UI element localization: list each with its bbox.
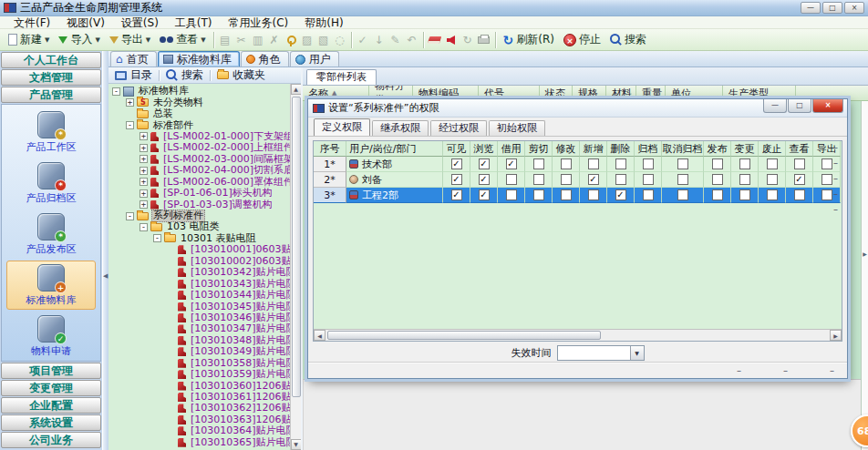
sidebar-item-standard-material-library[interactable]: +标准物料库 bbox=[6, 261, 96, 310]
checkbox-checked-icon[interactable]: ✓ bbox=[794, 174, 805, 185]
tree-item[interactable]: [103010359]贴片电阻 bbox=[108, 369, 290, 380]
minimize-button[interactable]: — bbox=[801, 2, 821, 14]
collapse-icon[interactable]: - bbox=[140, 223, 148, 231]
tree-item[interactable]: +[LS-M002-02-000]上框组件 bbox=[108, 142, 290, 153]
sidebar-item-material-request[interactable]: ✓物料申请 bbox=[6, 312, 96, 361]
tree-item[interactable]: [103010365]贴片电阻 bbox=[108, 437, 290, 448]
collapse-icon[interactable]: - bbox=[126, 212, 134, 220]
menu-item-file[interactable]: 文件(F) bbox=[5, 16, 58, 29]
tree-item[interactable]: [103010345]贴片电阻 bbox=[108, 301, 290, 312]
tab-role[interactable]: 角色 bbox=[241, 51, 289, 66]
tree-toolbar-search-button[interactable]: 搜索 bbox=[160, 67, 210, 83]
toolbar-download-button[interactable]: ↓ bbox=[371, 31, 388, 48]
sidebar-splitter[interactable]: ◀ bbox=[102, 51, 108, 450]
checkbox-icon[interactable] bbox=[615, 159, 626, 169]
dialog-tab-3[interactable]: 经过权限 bbox=[430, 120, 487, 136]
checkbox-icon[interactable] bbox=[739, 159, 750, 169]
tree-item[interactable]: +[LS-M002-06-000]罩体组件 bbox=[108, 177, 290, 188]
checkbox-icon[interactable] bbox=[739, 189, 750, 200]
checkbox-icon[interactable] bbox=[822, 159, 832, 169]
expand-icon[interactable]: + bbox=[140, 178, 148, 186]
tree-item[interactable]: [103010347]贴片电阻 bbox=[108, 323, 290, 334]
checkbox-icon[interactable] bbox=[767, 159, 778, 169]
checkbox-checked-icon[interactable]: ✓ bbox=[506, 159, 517, 169]
checkbox-icon[interactable] bbox=[643, 174, 654, 185]
toolbar-paste-button[interactable]: ▤ bbox=[217, 31, 233, 48]
toolbar-new-button[interactable]: 新建▼ bbox=[4, 31, 54, 48]
checkbox-icon[interactable] bbox=[561, 174, 572, 185]
checkbox-icon[interactable] bbox=[712, 189, 723, 200]
sidebar-section-change-management[interactable]: 变更管理 bbox=[1, 380, 101, 396]
checkbox-icon[interactable] bbox=[712, 174, 723, 185]
tree-item[interactable]: -10301 表贴电阻 bbox=[108, 233, 290, 244]
checkbox-icon[interactable] bbox=[767, 174, 778, 185]
toolbar-copy-button[interactable]: ▥ bbox=[250, 31, 266, 48]
tree-item[interactable]: [103010344]贴片电阻 bbox=[108, 290, 290, 301]
tree-item[interactable]: 总装 bbox=[108, 108, 290, 119]
checkbox-icon[interactable] bbox=[643, 159, 654, 169]
tree-item[interactable]: +[SP-01-03-03]调整机构 bbox=[108, 199, 290, 210]
tree-toolbar-catalog-button[interactable]: 目录 bbox=[108, 67, 159, 83]
tree-item[interactable]: +[LS-M002-01-000]下支架组件 bbox=[108, 131, 290, 142]
permission-row[interactable]: 1*技术部✓✓✓ bbox=[314, 157, 842, 172]
toolbar-sync-button[interactable]: ↻ bbox=[460, 31, 476, 48]
toolbar-cut-button[interactable]: ✂ bbox=[233, 31, 250, 48]
checkbox-icon[interactable] bbox=[561, 159, 572, 169]
tree-item[interactable]: +未分类物料 bbox=[108, 97, 290, 107]
toolbar-search-button[interactable]: 搜索 bbox=[605, 31, 651, 48]
toolbar-delete-button[interactable]: ✗ bbox=[266, 31, 283, 48]
checkbox-icon[interactable] bbox=[533, 189, 544, 200]
toolbar-stamp-button[interactable]: ▧ bbox=[315, 31, 332, 48]
toolbar-eraser-button[interactable] bbox=[427, 31, 443, 48]
sidebar-section-personal-workspace[interactable]: 个人工作台 bbox=[1, 52, 101, 68]
dialog-maximize-button[interactable]: □ bbox=[788, 99, 811, 113]
tree-item[interactable]: +[SP-01-06-01]标头机构 bbox=[108, 188, 290, 199]
sidebar-section-product-management[interactable]: 产品管理 bbox=[1, 87, 101, 103]
checkbox-checked-icon[interactable]: ✓ bbox=[451, 159, 462, 169]
checkbox-icon[interactable] bbox=[822, 189, 832, 200]
menu-item-tools[interactable]: 工具(T) bbox=[167, 16, 221, 29]
tab-standard-material-library[interactable]: 标准物料库 bbox=[158, 51, 240, 66]
tree-item[interactable]: [103010348]贴片电阻 bbox=[108, 335, 290, 346]
checkbox-icon[interactable] bbox=[677, 159, 688, 169]
toolbar-announce-button[interactable] bbox=[443, 31, 460, 48]
tree-item[interactable]: +[LS-M002-04-000]切割系底架 bbox=[108, 165, 290, 176]
toolbar-undo-button[interactable]: ↶ bbox=[404, 31, 420, 48]
toolbar-stop-button[interactable]: ×停止 bbox=[559, 31, 605, 48]
permission-row[interactable]: 2*刘备✓✓✓✓ bbox=[314, 172, 842, 188]
panel-scroll-strip[interactable]: ▶ bbox=[861, 101, 868, 450]
tree-item[interactable]: [103010361]1206贴片电阻 bbox=[108, 392, 290, 403]
toolbar-import-button[interactable]: 导入▼ bbox=[54, 31, 104, 48]
hscroll-left-icon[interactable]: ◀ bbox=[314, 330, 326, 341]
toolbar-lasso-button[interactable]: ◌ bbox=[332, 31, 348, 48]
tree-item[interactable]: [103010342]贴片电阻 bbox=[108, 267, 290, 278]
close-button[interactable]: × bbox=[844, 2, 864, 14]
checkbox-icon[interactable] bbox=[561, 189, 572, 200]
checkbox-icon[interactable] bbox=[506, 174, 517, 185]
checkbox-icon[interactable] bbox=[643, 189, 654, 200]
expand-icon[interactable]: + bbox=[140, 189, 148, 198]
hscroll-right-icon[interactable]: ▶ bbox=[830, 330, 842, 341]
collapse-icon[interactable]: - bbox=[126, 121, 134, 129]
toolbar-confirm-button[interactable]: ✓ bbox=[355, 31, 371, 48]
scrollbar-thumb[interactable] bbox=[292, 97, 301, 397]
sidebar-section-project-management[interactable]: 项目管理 bbox=[1, 363, 101, 379]
checkbox-checked-icon[interactable]: ✓ bbox=[615, 189, 626, 200]
sidebar-section-system-settings[interactable]: 系统设置 bbox=[1, 414, 101, 431]
checkbox-icon[interactable] bbox=[677, 189, 688, 200]
checkbox-icon[interactable] bbox=[767, 189, 778, 200]
checkbox-icon[interactable] bbox=[794, 159, 805, 169]
sidebar-section-document-management[interactable]: 文档管理 bbox=[1, 69, 101, 86]
sidebar-item-product-release-area[interactable]: *产品发布区 bbox=[6, 210, 96, 259]
toolbar-export-button[interactable]: 导出▼ bbox=[105, 31, 155, 48]
checkbox-checked-icon[interactable]: ✓ bbox=[479, 189, 490, 200]
sidebar-item-product-workspace[interactable]: *产品工作区 bbox=[6, 107, 96, 157]
tab-user[interactable]: 用户 bbox=[290, 51, 339, 66]
toolbar-key-button[interactable] bbox=[283, 31, 299, 48]
sidebar-section-enterprise-config[interactable]: 企业配置 bbox=[1, 397, 101, 414]
tree-item[interactable]: [103010349]贴片电阻 bbox=[108, 346, 290, 357]
checkbox-checked-icon[interactable]: ✓ bbox=[588, 174, 599, 185]
scroll-down-icon[interactable]: ▼ bbox=[291, 439, 302, 450]
collapse-icon[interactable]: - bbox=[112, 87, 120, 96]
checkbox-checked-icon[interactable]: ✓ bbox=[479, 159, 490, 169]
